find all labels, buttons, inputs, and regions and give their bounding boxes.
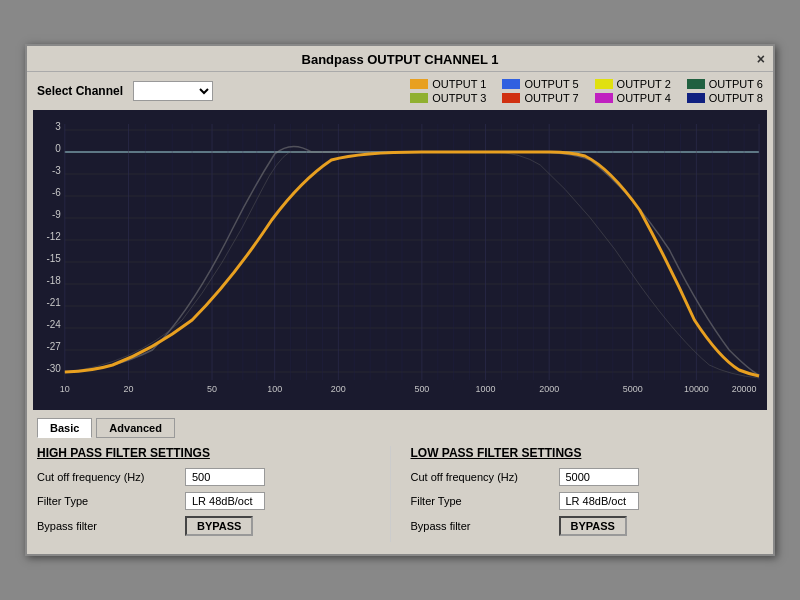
window-title: Bandpass OUTPUT CHANNEL 1: [302, 52, 499, 67]
hp-filter-type-value[interactable]: LR 48dB/oct: [185, 492, 265, 510]
svg-text:500: 500: [414, 384, 429, 394]
hp-bypass-row: Bypass filter BYPASS: [37, 516, 390, 536]
svg-rect-0: [33, 110, 767, 410]
lp-filter-type-value[interactable]: LR 48dB/oct: [559, 492, 639, 510]
lp-cutoff-value[interactable]: 5000: [559, 468, 639, 486]
hp-cutoff-value[interactable]: 500: [185, 468, 265, 486]
svg-text:0: 0: [55, 143, 61, 154]
legend-label-output6: OUTPUT 4: [617, 92, 671, 104]
svg-text:200: 200: [331, 384, 346, 394]
hp-filter-type-label: Filter Type: [37, 495, 177, 507]
legend-item-output8: OUTPUT 8: [687, 92, 763, 104]
svg-text:-15: -15: [46, 253, 61, 264]
top-bar: Select Channel OUTPUT 1 OUTPUT 5 OUTPUT …: [27, 72, 773, 110]
legend-item-output1: OUTPUT 1: [410, 78, 486, 90]
low-pass-title: LOW PASS FILTER SETTINGS: [411, 446, 764, 460]
lp-bypass-button[interactable]: BYPASS: [559, 516, 627, 536]
legend-item-output2: OUTPUT 3: [410, 92, 486, 104]
hp-bypass-button[interactable]: BYPASS: [185, 516, 253, 536]
legend-color-output3: [502, 79, 520, 89]
svg-text:20000: 20000: [732, 384, 757, 394]
svg-text:-27: -27: [46, 341, 61, 352]
legend: OUTPUT 1 OUTPUT 5 OUTPUT 2 OUTPUT 6 OUTP…: [410, 78, 763, 104]
svg-text:2000: 2000: [539, 384, 559, 394]
legend-label-output5: OUTPUT 2: [617, 78, 671, 90]
legend-label-output4: OUTPUT 7: [524, 92, 578, 104]
channel-select[interactable]: [133, 81, 213, 101]
low-pass-panel: LOW PASS FILTER SETTINGS Cut off frequen…: [390, 446, 764, 542]
high-pass-title: HIGH PASS FILTER SETTINGS: [37, 446, 390, 460]
svg-text:10: 10: [60, 384, 70, 394]
svg-text:-21: -21: [46, 297, 61, 308]
legend-color-output1: [410, 79, 428, 89]
lp-cutoff-label: Cut off frequency (Hz): [411, 471, 551, 483]
chart-svg: 3 0 -3 -6 -9 -12 -15 -18 -21 -24 -27 -30: [33, 110, 767, 410]
svg-text:-3: -3: [52, 165, 61, 176]
legend-label-output3: OUTPUT 5: [524, 78, 578, 90]
title-bar: Bandpass OUTPUT CHANNEL 1 ×: [27, 46, 773, 72]
legend-item-output3: OUTPUT 5: [502, 78, 578, 90]
legend-color-output8: [687, 93, 705, 103]
svg-text:20: 20: [124, 384, 134, 394]
legend-label-output8: OUTPUT 8: [709, 92, 763, 104]
svg-text:-18: -18: [46, 275, 61, 286]
lp-bypass-label: Bypass filter: [411, 520, 551, 532]
legend-color-output2: [410, 93, 428, 103]
hp-filter-type-row: Filter Type LR 48dB/oct: [37, 492, 390, 510]
legend-color-output5: [595, 79, 613, 89]
legend-label-output1: OUTPUT 1: [432, 78, 486, 90]
svg-text:5000: 5000: [623, 384, 643, 394]
svg-text:3: 3: [55, 121, 61, 132]
legend-item-output6: OUTPUT 4: [595, 92, 671, 104]
legend-label-output2: OUTPUT 3: [432, 92, 486, 104]
legend-color-output4: [502, 93, 520, 103]
lp-bypass-row: Bypass filter BYPASS: [411, 516, 764, 536]
lp-cutoff-row: Cut off frequency (Hz) 5000: [411, 468, 764, 486]
svg-text:-9: -9: [52, 209, 61, 220]
svg-text:-12: -12: [46, 231, 61, 242]
svg-text:10000: 10000: [684, 384, 709, 394]
high-pass-panel: HIGH PASS FILTER SETTINGS Cut off freque…: [37, 446, 390, 542]
tabs-area: Basic Advanced: [27, 410, 773, 438]
legend-color-output6: [595, 93, 613, 103]
select-channel-label: Select Channel: [37, 84, 123, 98]
svg-text:-24: -24: [46, 319, 61, 330]
svg-text:-6: -6: [52, 187, 61, 198]
legend-item-output5: OUTPUT 2: [595, 78, 671, 90]
svg-text:50: 50: [207, 384, 217, 394]
tab-basic[interactable]: Basic: [37, 418, 92, 438]
legend-item-output7: OUTPUT 6: [687, 78, 763, 90]
hp-cutoff-label: Cut off frequency (Hz): [37, 471, 177, 483]
hp-cutoff-row: Cut off frequency (Hz) 500: [37, 468, 390, 486]
legend-label-output7: OUTPUT 6: [709, 78, 763, 90]
svg-text:-30: -30: [46, 363, 61, 374]
main-window: Bandpass OUTPUT CHANNEL 1 × Select Chann…: [25, 44, 775, 556]
chart-area: 3 0 -3 -6 -9 -12 -15 -18 -21 -24 -27 -30: [33, 110, 767, 410]
legend-item-output4: OUTPUT 7: [502, 92, 578, 104]
tab-advanced[interactable]: Advanced: [96, 418, 175, 438]
legend-color-output7: [687, 79, 705, 89]
svg-text:100: 100: [267, 384, 282, 394]
lp-filter-type-row: Filter Type LR 48dB/oct: [411, 492, 764, 510]
lp-filter-type-label: Filter Type: [411, 495, 551, 507]
close-button[interactable]: ×: [757, 51, 765, 67]
hp-bypass-label: Bypass filter: [37, 520, 177, 532]
settings-area: HIGH PASS FILTER SETTINGS Cut off freque…: [27, 438, 773, 554]
svg-text:1000: 1000: [476, 384, 496, 394]
